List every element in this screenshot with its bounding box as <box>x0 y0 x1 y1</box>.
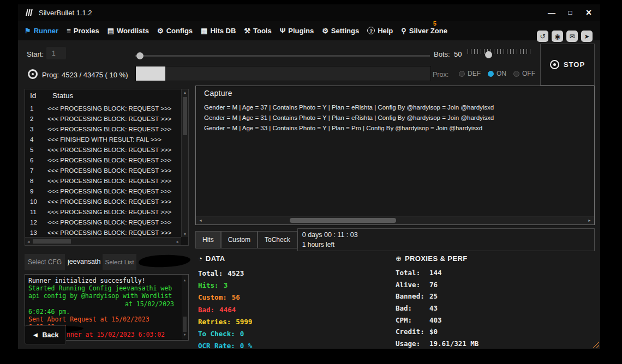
slider-ticks <box>468 49 532 54</box>
table-row: 3<<< PROCESSING BLOCK: REQUEST >>> <box>25 124 181 134</box>
scrollbar-thumb[interactable] <box>183 97 187 135</box>
stat-ocr-rate: OCR Rate:0 % <box>198 340 362 352</box>
scroll-up-icon[interactable]: ▲ <box>182 90 188 94</box>
scrollbar-thumb[interactable] <box>33 239 71 244</box>
scroll-up-icon[interactable]: ▲ <box>182 276 188 284</box>
prox-option-def[interactable]: DEF <box>459 70 481 77</box>
log-line: Started Running Config jeevansathi web <box>28 284 181 292</box>
select-list-button[interactable]: Select List <box>103 254 136 270</box>
slider-thumb[interactable] <box>136 52 143 59</box>
table-row: 12<<< PROCESSING BLOCK: REQUEST >>> <box>25 217 181 227</box>
nav-item-plugins[interactable]: Ψ Plugins <box>280 27 314 35</box>
tab-hits[interactable]: Hits <box>195 231 221 248</box>
silver-zone-badge: 5 <box>433 20 436 27</box>
bots-label: Bots: <box>434 50 450 58</box>
history-icon[interactable]: ↺ <box>537 31 548 42</box>
table-row: 9<<< PROCESSING BLOCK: REQUEST >>> <box>25 186 181 196</box>
app-window: SilverBullet 1.1.2 — □ × ⚑ Runner ≡ Prox… <box>18 4 600 349</box>
plugins-icon: Ψ <box>280 27 286 35</box>
nav-wordlists-label: Wordlists <box>117 27 149 35</box>
bots-slider-thumb[interactable] <box>485 51 492 58</box>
data-stats-panel: ◔ DATA Total:4523 Hits:3 Custom:56 Bad:4… <box>198 254 362 352</box>
table-vertical-scrollbar[interactable]: ▲ ▼ <box>181 89 188 237</box>
capture-panel: Capture Gender = M | Age = 37 | Contains… <box>195 86 595 225</box>
table-row: 8<<< PROCESSING BLOCK: REQUEST >>> <box>25 175 181 186</box>
nav-item-runner[interactable]: ⚑ Runner <box>25 27 58 35</box>
prox-option-on[interactable]: ON <box>488 70 506 77</box>
stat-tocheck: To Check:0 <box>198 327 362 339</box>
results-tabs-row: Hits Custom ToCheck 0 days 00 : 11 : 03 … <box>195 228 595 251</box>
pin-icon: ⚲ <box>401 27 406 35</box>
log-line: Runner initialized succesfully! <box>28 277 181 284</box>
table-row: 5<<< PROCESSING BLOCK: REQUEST >>> <box>25 144 181 155</box>
nav-item-configs[interactable]: ⚙ Configs <box>157 27 193 35</box>
log-line: 6:02:46 pm. <box>28 308 181 316</box>
nav-item-settings[interactable]: ⚙ Settings <box>322 27 359 35</box>
prox-option-off[interactable]: OFF <box>513 70 535 77</box>
proxy-stat-credit: Credit:$0 <box>396 326 548 338</box>
scrollbar-thumb[interactable] <box>183 317 187 332</box>
capture-line: Gender = M | Age = 33 | Contains Photo =… <box>204 123 590 134</box>
log-scrollbar[interactable]: ▲ ▼ <box>182 275 188 339</box>
table-row: 4<<< FINISHED WITH RESULT: FAIL >>> <box>25 134 181 144</box>
tab-tocheck[interactable]: ToCheck <box>258 231 297 248</box>
progress-bar-fill <box>136 66 165 81</box>
back-button-label: Back <box>42 331 58 339</box>
desktop-background: SilverBullet 1.1.2 — □ × ⚑ Runner ≡ Prox… <box>0 0 622 364</box>
proxies-panel-header: ⊕ PROXIES & PERF <box>396 254 548 263</box>
table-horizontal-scrollbar[interactable]: ◄ ► <box>25 237 181 245</box>
nav-runner-label: Runner <box>34 27 59 35</box>
proxies-rows: Total:144 Alive:76 Banned:25 Bad:43 CPM:… <box>396 267 548 349</box>
nav-item-tools[interactable]: ⚒ Tools <box>244 27 271 35</box>
prox-label: Prox: <box>433 71 448 78</box>
scroll-down-icon[interactable]: ▼ <box>182 331 188 338</box>
timer-elapsed: 0 days 00 : 11 : 03 <box>302 230 590 240</box>
progress-label: Prog: <box>42 71 59 79</box>
capture-horizontal-scrollbar[interactable]: ◄ ► <box>196 216 594 225</box>
maximize-button[interactable]: □ <box>565 9 575 16</box>
start-label: Start: <box>27 50 44 58</box>
camera-icon[interactable]: ◉ <box>552 31 563 42</box>
nav-proxies-label: Proxies <box>74 27 99 35</box>
scroll-down-icon[interactable]: ▼ <box>182 232 188 236</box>
selected-config-name: jeevansath <box>68 258 100 265</box>
select-cfg-button[interactable]: Select CFG <box>25 254 65 270</box>
nav-plugins-label: Plugins <box>288 27 314 35</box>
help-icon: ? <box>367 27 375 34</box>
minimize-button[interactable]: — <box>547 8 557 17</box>
close-button[interactable]: × <box>584 7 594 19</box>
progress-value: 4523 / 43475 ( 10 %) <box>62 71 128 79</box>
nav-item-help[interactable]: ? Help <box>367 27 393 35</box>
nav-item-wordlists[interactable]: ▤ Wordlists <box>107 27 149 35</box>
back-arrow-icon: ◄ <box>32 331 39 339</box>
capture-lines: Gender = M | Age = 37 | Contains Photo =… <box>204 102 590 134</box>
bots-slider[interactable] <box>468 49 532 59</box>
nav-item-proxies[interactable]: ≡ Proxies <box>67 27 99 35</box>
gauge-icon: ◔ <box>198 254 202 263</box>
scroll-right-icon[interactable]: ► <box>176 240 180 244</box>
window-controls: — □ × <box>547 7 594 19</box>
scroll-left-icon[interactable]: ◄ <box>27 240 30 244</box>
stop-button[interactable]: STOP <box>540 44 595 86</box>
telegram-icon[interactable]: ➤ <box>581 31 593 42</box>
proxy-stat-total: Total:144 <box>396 267 548 279</box>
column-header-id: Id <box>30 92 36 100</box>
data-panel-header: ◔ DATA <box>198 254 362 263</box>
nav-item-hits-db[interactable]: ▦ Hits DB <box>201 27 236 35</box>
scroll-left-icon[interactable]: ◄ <box>199 219 202 222</box>
log-line: api config by @hardyisop with Wordlist <box>28 292 181 300</box>
window-resize-grip[interactable] <box>591 340 599 348</box>
nav-help-label: Help <box>378 27 393 35</box>
nav-item-silver-zone[interactable]: 5 ⚲ Silver Zone <box>401 27 447 35</box>
stat-retries: Retries:5999 <box>198 316 362 327</box>
discord-chat-icon[interactable]: ✉ <box>566 31 578 42</box>
start-position-slider[interactable] <box>135 52 430 59</box>
proxy-stat-bad: Bad:43 <box>396 302 548 314</box>
scroll-right-icon[interactable]: ► <box>588 219 591 222</box>
column-header-status: Status <box>52 92 73 100</box>
start-input[interactable] <box>46 47 66 59</box>
back-button[interactable]: ◄ Back <box>25 325 66 344</box>
tab-custom[interactable]: Custom <box>221 231 258 248</box>
table-row: 13<<< PROCESSING BLOCK: REQUEST >>> <box>25 227 181 237</box>
scrollbar-thumb[interactable] <box>290 218 396 223</box>
